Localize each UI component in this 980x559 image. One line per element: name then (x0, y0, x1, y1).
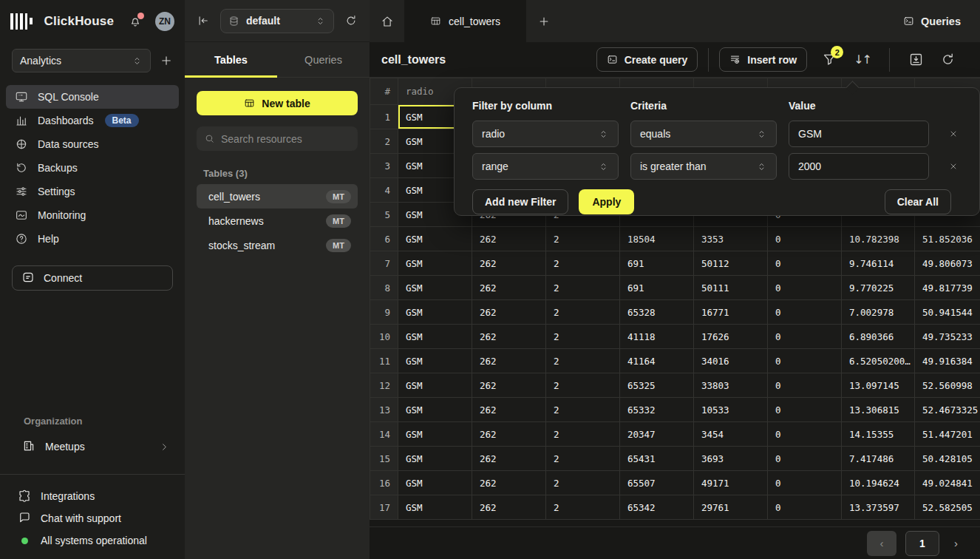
table-cell[interactable]: 262 (472, 325, 546, 349)
table-cell[interactable]: GSM (398, 471, 472, 495)
table-cell[interactable]: 49.735233 (915, 325, 980, 349)
table-cell[interactable]: 65332 (620, 398, 694, 422)
table-cell[interactable]: 262 (472, 422, 546, 447)
table-cell[interactable]: 0 (768, 276, 842, 300)
tab-cell-towers[interactable]: cell_towers (404, 0, 526, 42)
table-cell[interactable]: 0 (768, 251, 842, 276)
sidebar-item-data-sources[interactable]: Data sources (6, 132, 179, 156)
table-cell[interactable]: GSM (398, 422, 472, 447)
table-cell[interactable]: GSM (398, 300, 472, 325)
clear-all-filters-button[interactable]: Clear All (885, 189, 951, 214)
new-tab-button[interactable] (526, 0, 562, 42)
notifications-bell-icon[interactable] (129, 15, 142, 28)
table-cell[interactable]: 0 (768, 349, 842, 373)
table-cell[interactable]: 13.097145 (842, 373, 915, 398)
table-cell[interactable]: 2 (546, 422, 620, 447)
table-cell[interactable]: 49171 (694, 471, 768, 495)
table-cell[interactable]: 2 (546, 373, 620, 398)
table-cell[interactable]: 65328 (620, 300, 694, 325)
table-cell[interactable]: 13.373597 (842, 495, 915, 520)
table-cell[interactable]: 50112 (694, 251, 768, 276)
table-cell[interactable]: 6.52050200… (842, 349, 915, 373)
filter-button[interactable]: 2 (822, 52, 837, 67)
table-cell[interactable]: 2 (546, 447, 620, 471)
table-cell[interactable]: 7.002978 (842, 300, 915, 325)
table-list-item-stocks-stream[interactable]: stocks_stream MT (197, 233, 358, 257)
table-cell[interactable]: 9.746114 (842, 251, 915, 276)
table-cell[interactable]: 262 (472, 349, 546, 373)
next-page-button[interactable]: › (948, 534, 964, 552)
table-cell[interactable]: 262 (472, 398, 546, 422)
table-cell[interactable]: 0 (768, 227, 842, 251)
previous-page-button[interactable]: ‹ (867, 531, 896, 556)
sidebar-item-chat-support[interactable]: Chat with support (12, 507, 173, 529)
table-cell[interactable]: GSM (398, 398, 472, 422)
table-cell[interactable]: 2 (546, 349, 620, 373)
table-cell[interactable]: GSM (398, 227, 472, 251)
table-list-item-cell-towers[interactable]: cell_towers MT (197, 184, 358, 209)
table-cell[interactable]: 41164 (620, 349, 694, 373)
table-cell[interactable]: 262 (472, 251, 546, 276)
refresh-data-button[interactable] (940, 52, 956, 67)
database-select[interactable]: default (220, 9, 334, 33)
table-cell[interactable]: 262 (472, 373, 546, 398)
table-cell[interactable]: 16771 (694, 300, 768, 325)
table-cell[interactable]: 3353 (694, 227, 768, 251)
table-cell[interactable]: 50.428105 (915, 447, 980, 471)
table-cell[interactable]: 2 (546, 471, 620, 495)
system-status[interactable]: All systems operational (12, 529, 173, 552)
table-cell[interactable]: 52.560998 (915, 373, 980, 398)
table-cell[interactable]: 691 (620, 276, 694, 300)
sidebar-item-settings[interactable]: Settings (6, 180, 179, 203)
table-cell[interactable]: 262 (472, 471, 546, 495)
table-cell[interactable]: 2 (546, 276, 620, 300)
apply-filters-button[interactable]: Apply (579, 189, 634, 214)
table-cell[interactable]: 2 (546, 495, 620, 520)
table-cell[interactable]: 65325 (620, 373, 694, 398)
avatar[interactable]: ZN (155, 12, 174, 31)
table-cell[interactable]: 65431 (620, 447, 694, 471)
table-cell[interactable]: GSM (398, 373, 472, 398)
table-cell[interactable]: 17626 (694, 325, 768, 349)
download-button[interactable] (908, 52, 924, 67)
tab-tables[interactable]: Tables (185, 42, 277, 77)
table-cell[interactable]: 2 (546, 227, 620, 251)
table-cell[interactable]: 262 (472, 495, 546, 520)
filter-column-select[interactable]: radio (472, 121, 619, 147)
table-cell[interactable]: 0 (768, 495, 842, 520)
table-cell[interactable]: GSM (398, 251, 472, 276)
table-cell[interactable]: 49.024841 (915, 471, 980, 495)
table-cell[interactable]: 262 (472, 300, 546, 325)
filter-value-input[interactable] (789, 121, 929, 147)
table-cell[interactable]: 7.417486 (842, 447, 915, 471)
sidebar-item-dashboards[interactable]: Dashboards Beta (6, 109, 179, 132)
add-workspace-button[interactable] (160, 54, 173, 67)
table-cell[interactable]: 0 (768, 422, 842, 447)
table-cell[interactable]: 49.916384 (915, 349, 980, 373)
table-cell[interactable]: 3693 (694, 447, 768, 471)
column-header[interactable]: # (370, 78, 398, 105)
new-table-button[interactable]: New table (197, 91, 358, 115)
sidebar-item-backups[interactable]: Backups (6, 156, 179, 180)
filter-column-select[interactable]: range (472, 153, 619, 180)
table-cell[interactable]: 52.582505 (915, 495, 980, 520)
sidebar-item-integrations[interactable]: Integrations (12, 485, 173, 507)
filter-criteria-select[interactable]: is greater than (630, 153, 777, 180)
table-cell[interactable]: 0 (768, 373, 842, 398)
table-cell[interactable]: 33803 (694, 373, 768, 398)
remove-filter-button[interactable] (941, 162, 966, 171)
table-cell[interactable]: 0 (768, 325, 842, 349)
sidebar-item-help[interactable]: Help (6, 227, 179, 251)
filter-criteria-select[interactable]: equals (630, 121, 777, 147)
queries-button[interactable]: Queries (903, 0, 961, 42)
table-cell[interactable]: 262 (472, 447, 546, 471)
table-cell[interactable]: GSM (398, 447, 472, 471)
table-cell[interactable]: GSM (398, 276, 472, 300)
collapse-panel-button[interactable] (195, 13, 211, 29)
table-cell[interactable]: 10.782398 (842, 227, 915, 251)
table-cell[interactable]: 2 (546, 251, 620, 276)
table-cell[interactable]: 0 (768, 447, 842, 471)
table-cell[interactable]: 10.194624 (842, 471, 915, 495)
remove-filter-button[interactable] (941, 129, 966, 138)
sidebar-item-sql-console[interactable]: SQL Console (6, 85, 179, 109)
